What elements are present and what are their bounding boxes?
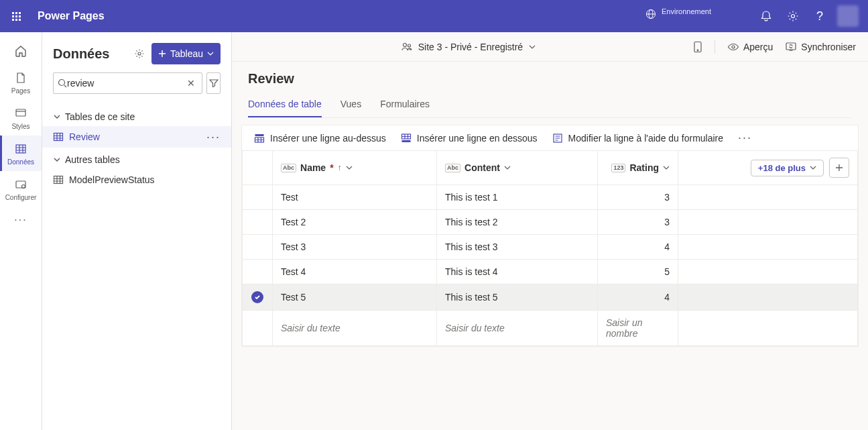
rail-styles[interactable]: Styles bbox=[0, 100, 42, 136]
row-select-cell[interactable] bbox=[243, 210, 273, 235]
bell-icon bbox=[760, 10, 772, 22]
table-icon bbox=[53, 174, 64, 185]
rail-home[interactable] bbox=[0, 38, 42, 64]
cell-rating[interactable]: 3 bbox=[598, 185, 678, 210]
cell-empty bbox=[678, 185, 858, 210]
waffle-icon bbox=[12, 12, 21, 21]
filter-button[interactable] bbox=[206, 72, 221, 94]
table-row[interactable]: Test 2This is test 23 bbox=[243, 210, 858, 235]
cell-name[interactable]: Test 5 bbox=[273, 284, 437, 311]
sync-button[interactable]: Synchroniser bbox=[785, 41, 856, 53]
svg-point-15 bbox=[697, 50, 698, 51]
search-icon bbox=[58, 78, 67, 88]
search-tables-input[interactable] bbox=[67, 78, 184, 89]
cell-empty bbox=[678, 284, 858, 311]
table-item-review[interactable]: Review ··· bbox=[42, 126, 231, 148]
rail-configure-label: Configurer bbox=[5, 194, 37, 201]
section-other-tables[interactable]: Autres tables bbox=[42, 148, 231, 169]
col-header-select[interactable] bbox=[243, 151, 273, 185]
section-site-tables[interactable]: Tables de ce site bbox=[42, 105, 231, 126]
new-rating-cell[interactable]: Saisir un nombre bbox=[598, 311, 678, 346]
cmd-edit-form-label: Modifier la ligne à l'aide du formulaire bbox=[568, 133, 723, 144]
table-row[interactable]: TestThis is test 13 bbox=[243, 185, 858, 210]
new-table-button[interactable]: Tableau bbox=[151, 43, 221, 64]
row-select-cell[interactable] bbox=[243, 284, 273, 311]
mobile-preview-button[interactable] bbox=[693, 41, 702, 53]
clear-search-button[interactable]: ✕ bbox=[184, 78, 198, 89]
new-name-cell[interactable]: Saisir du texte bbox=[273, 311, 437, 346]
rail-configure[interactable]: Configurer bbox=[0, 171, 42, 207]
new-row[interactable]: Saisir du texteSaisir du texteSaisir un … bbox=[243, 311, 858, 346]
rail-data[interactable]: Données bbox=[0, 136, 42, 171]
col-content-label: Content bbox=[464, 162, 500, 173]
cell-content[interactable]: This is test 3 bbox=[437, 235, 598, 260]
people-icon bbox=[401, 41, 413, 53]
rail-pages[interactable]: Pages bbox=[0, 64, 42, 100]
cell-empty bbox=[678, 210, 858, 235]
divider bbox=[715, 40, 715, 54]
cell-name[interactable]: Test 4 bbox=[273, 260, 437, 284]
cmd-insert-row-below[interactable]: Insérer une ligne en dessous bbox=[401, 133, 538, 144]
sort-asc-icon: ↑ bbox=[338, 163, 342, 172]
user-avatar[interactable] bbox=[837, 5, 859, 27]
site-picker-label: Site 3 - Privé - Enregistré bbox=[418, 42, 523, 52]
environment-picker[interactable]: Environnement bbox=[645, 7, 742, 25]
settings-button[interactable] bbox=[780, 0, 806, 32]
tab-views[interactable]: Vues bbox=[340, 93, 361, 117]
app-launcher-button[interactable] bbox=[5, 5, 27, 27]
col-header-rating[interactable]: 123 Rating bbox=[598, 151, 678, 185]
tab-table-data[interactable]: Données de table bbox=[248, 93, 322, 117]
table-row[interactable]: Test 5This is test 54 bbox=[243, 284, 858, 311]
more-columns-button[interactable]: +18 de plus bbox=[751, 160, 824, 176]
col-header-content[interactable]: Abc Content bbox=[437, 151, 598, 185]
cell-content[interactable]: This is test 4 bbox=[437, 260, 598, 284]
preview-button[interactable]: Aperçu bbox=[727, 41, 773, 53]
row-select-cell[interactable] bbox=[243, 185, 273, 210]
rail-pages-label: Pages bbox=[11, 87, 30, 95]
cell-rating[interactable]: 4 bbox=[598, 235, 678, 260]
environment-value bbox=[662, 15, 742, 25]
site-picker[interactable]: Site 3 - Privé - Enregistré bbox=[401, 41, 536, 53]
cell-name[interactable]: Test bbox=[273, 185, 437, 210]
cell-rating[interactable]: 3 bbox=[598, 210, 678, 235]
cell-content[interactable]: This is test 2 bbox=[437, 210, 598, 235]
tab-forms[interactable]: Formulaires bbox=[380, 93, 430, 117]
svg-point-16 bbox=[732, 46, 735, 48]
add-column-button[interactable] bbox=[829, 158, 849, 178]
table-item-model[interactable]: ModelPreviewStatus bbox=[42, 169, 231, 191]
rail-more[interactable]: ··· bbox=[0, 207, 42, 232]
svg-rect-19 bbox=[255, 134, 264, 136]
table-icon bbox=[53, 131, 64, 142]
notifications-button[interactable] bbox=[753, 0, 780, 32]
cell-content[interactable]: This is test 1 bbox=[437, 185, 598, 210]
chevron-down-icon bbox=[528, 43, 536, 51]
data-panel-settings[interactable] bbox=[133, 47, 146, 60]
cmd-more[interactable]: ··· bbox=[738, 131, 752, 145]
cell-rating[interactable]: 5 bbox=[598, 260, 678, 284]
text-type-icon: Abc bbox=[281, 164, 296, 172]
plus-icon bbox=[158, 50, 166, 58]
cmd-insert-below-label: Insérer une ligne en dessous bbox=[417, 133, 538, 144]
table-row[interactable]: Test 4This is test 45 bbox=[243, 260, 858, 284]
styles-icon bbox=[14, 107, 27, 120]
table-item-review-label: Review bbox=[69, 131, 100, 142]
svg-point-13 bbox=[410, 49, 411, 50]
cmd-edit-in-form[interactable]: Modifier la ligne à l'aide du formulaire bbox=[552, 133, 723, 144]
row-select-cell[interactable] bbox=[243, 260, 273, 284]
cell-name[interactable]: Test 2 bbox=[273, 210, 437, 235]
row-select-cell[interactable] bbox=[243, 235, 273, 260]
table-row[interactable]: Test 3This is test 34 bbox=[243, 235, 858, 260]
cell-name[interactable]: Test 3 bbox=[273, 235, 437, 260]
col-header-more: +18 de plus bbox=[678, 151, 858, 185]
section-site-tables-label: Tables de ce site bbox=[65, 111, 135, 122]
cell-rating[interactable]: 4 bbox=[598, 284, 678, 311]
col-header-name[interactable]: Abc Name* ↑ bbox=[273, 151, 437, 185]
configure-icon bbox=[14, 178, 27, 191]
cmd-insert-row-above[interactable]: Insérer une ligne au-dessus bbox=[254, 133, 386, 144]
phone-icon bbox=[693, 41, 702, 53]
sync-icon bbox=[785, 41, 797, 53]
new-content-cell[interactable]: Saisir du texte bbox=[437, 311, 598, 346]
chevron-down-icon bbox=[53, 156, 61, 164]
cell-content[interactable]: This is test 5 bbox=[437, 284, 598, 311]
help-button[interactable]: ? bbox=[806, 0, 833, 32]
